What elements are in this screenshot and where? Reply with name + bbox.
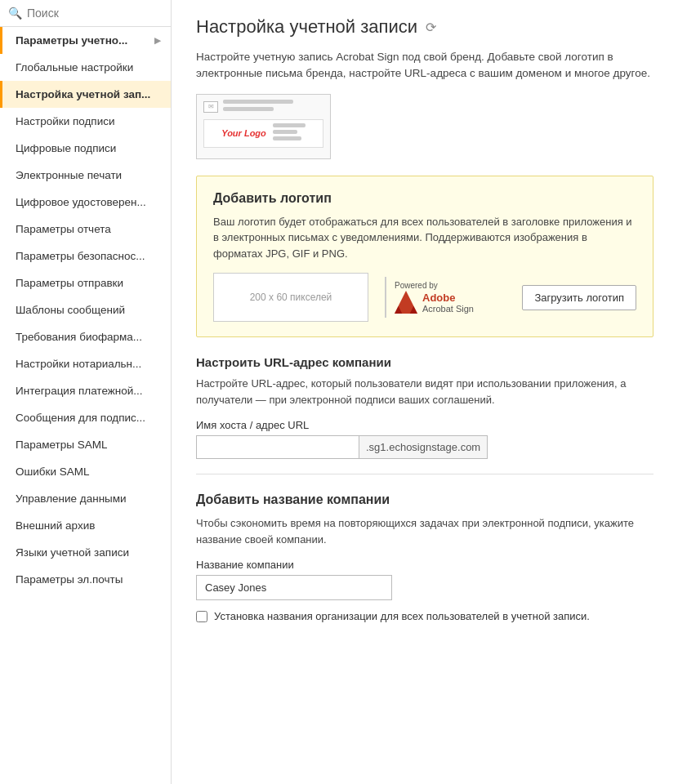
company-section-title: Добавить название компании (196, 492, 653, 507)
sidebar-item-report-params[interactable]: Параметры отчета (0, 216, 171, 243)
sidebar-item-label-saml-params: Параметры SAML (16, 439, 107, 451)
adobe-sign-branding: Powered by Adobe Acrobat Sign (395, 281, 474, 314)
sidebar-item-label-email-params: Параметры эл.почты (16, 573, 123, 586)
sidebar-item-label-digital-cert: Цифровое удостоверен... (16, 196, 146, 208)
url-input[interactable] (196, 435, 359, 459)
url-section: Настроить URL-адрес компании Настройте U… (196, 355, 653, 474)
sidebar-item-data-management[interactable]: Управление данными (0, 485, 171, 512)
sidebar-item-email-params[interactable]: Параметры эл.почты (0, 566, 171, 593)
email-preview-top: ✉ (203, 100, 323, 114)
company-section: Добавить название компании Чтобы сэконом… (196, 492, 653, 622)
adobe-icon (395, 291, 417, 314)
sidebar-item-biopharma[interactable]: Требования биофарма... (0, 323, 171, 350)
url-field-row: .sg1.echosignstage.com (196, 435, 653, 459)
adobe-branding: Powered by Adobe Acrobat Sign (385, 277, 474, 318)
org-checkbox[interactable] (196, 611, 207, 622)
sidebar-item-label-global-settings: Глобальные настройки (16, 61, 133, 74)
email-icon: ✉ (203, 101, 218, 113)
sidebar-item-label-saml-errors: Ошибки SAML (16, 466, 90, 478)
search-icon: 🔍 (8, 7, 22, 20)
search-input[interactable] (27, 7, 163, 20)
main-content: Настройка учетной записи ⟳ Настройте уче… (172, 0, 678, 784)
sidebar-item-external-archive[interactable]: Внешний архив (0, 512, 171, 539)
sidebar-item-label-biopharma: Требования биофарма... (16, 331, 142, 343)
sidebar-item-digital-cert[interactable]: Цифровое удостоверен... (0, 189, 171, 216)
sidebar-item-digital-sign[interactable]: Цифровые подписи (0, 135, 171, 162)
sidebar-item-account-setup[interactable]: Настройка учетной зап... (0, 81, 171, 108)
sidebar-item-send-params[interactable]: Параметры отправки (0, 270, 171, 296)
url-section-title: Настроить URL-адрес компании (196, 355, 653, 369)
logo-upload-box: 200 x 60 пикселей (213, 273, 368, 322)
sidebar-item-account-languages[interactable]: Языки учетной записи (0, 539, 171, 566)
sidebar-item-security-params[interactable]: Параметры безопаснос... (0, 243, 171, 270)
sidebar-item-label-notarial: Настройки нотариальн... (16, 358, 141, 370)
sidebar-item-label-message-templates: Шаблоны сообщений (16, 304, 125, 316)
refresh-icon[interactable]: ⟳ (426, 20, 436, 35)
adobe-text-line1: Adobe (422, 292, 474, 304)
url-field-label: Имя хоста / адрес URL (196, 419, 653, 431)
sidebar-item-label-params-account: Параметры учетно... (16, 34, 127, 47)
url-suffix: .sg1.echosignstage.com (359, 435, 488, 459)
url-section-desc: Настройте URL-адрес, который пользовател… (196, 376, 653, 408)
logo-upload-area: 200 x 60 пикселей Powered by Adobe Acrob… (213, 273, 636, 322)
sidebar-item-label-report-params: Параметры отчета (16, 223, 111, 235)
sidebar-item-label-data-management: Управление данными (16, 492, 127, 505)
org-checkbox-label: Установка названия организации для всех … (214, 610, 590, 622)
sidebar-item-label-send-params: Параметры отправки (16, 277, 123, 289)
chevron-icon: ▶ (154, 36, 161, 45)
sidebar: 🔍 Параметры учетно...▶Глобальные настрой… (0, 0, 172, 784)
intro-text: Настройте учетную запись Acrobat Sign по… (196, 49, 653, 82)
page-title-row: Настройка учетной записи ⟳ (196, 16, 653, 38)
sidebar-item-label-digital-sign: Цифровые подписи (16, 142, 116, 154)
sidebar-item-saml-errors[interactable]: Ошибки SAML (0, 458, 171, 485)
company-field-label: Название компании (196, 559, 653, 571)
checkbox-row: Установка названия организации для всех … (196, 610, 653, 622)
powered-by-text: Powered by (395, 281, 474, 290)
sidebar-item-label-account-languages: Языки учетной записи (16, 546, 129, 559)
sidebar-item-notarial[interactable]: Настройки нотариальн... (0, 350, 171, 377)
sidebar-item-global-settings[interactable]: Глобальные настройки (0, 54, 171, 81)
sidebar-item-subscriber-messages[interactable]: Сообщения для подпис... (0, 404, 171, 431)
sidebar-item-label-external-archive: Внешний архив (16, 519, 95, 532)
sidebar-item-params-account[interactable]: Параметры учетно...▶ (0, 27, 171, 54)
company-name-input[interactable] (196, 575, 392, 600)
add-logo-section: Добавить логотип Ваш логотип будет отобр… (196, 176, 653, 338)
sidebar-item-label-sign-settings: Настройки подписи (16, 115, 115, 127)
adobe-sign-text: Adobe Acrobat Sign (422, 292, 474, 314)
sidebar-item-payment-integration[interactable]: Интеграция платежной... (0, 377, 171, 404)
add-logo-desc: Ваш логотип будет отображаться для всех … (213, 214, 636, 262)
sidebar-item-label-subscriber-messages: Сообщения для подпис... (16, 412, 145, 424)
adobe-sign-logo: Adobe Acrobat Sign (395, 291, 474, 314)
sidebar-item-label-security-params: Параметры безопаснос... (16, 250, 145, 262)
sidebar-item-sign-settings[interactable]: Настройки подписи (0, 108, 171, 135)
search-box[interactable]: 🔍 (0, 0, 171, 27)
logo-size-label: 200 x 60 пикселей (250, 292, 332, 303)
company-section-desc: Чтобы сэкономить время на повторяющихся … (196, 515, 653, 547)
logo-placeholder-preview: Your Logo (203, 119, 323, 148)
sidebar-item-message-templates[interactable]: Шаблоны сообщений (0, 296, 171, 323)
logo-text: Your Logo (221, 128, 266, 138)
email-preview: ✉ Your Logo (196, 94, 331, 159)
sidebar-item-electronic-stamps[interactable]: Электронные печати (0, 162, 171, 189)
sidebar-item-label-electronic-stamps: Электронные печати (16, 169, 122, 181)
page-title: Настройка учетной записи (196, 16, 417, 38)
sidebar-item-label-account-setup: Настройка учетной зап... (16, 88, 150, 100)
adobe-text-line2: Acrobat Sign (422, 304, 474, 314)
add-logo-title: Добавить логотип (213, 191, 636, 206)
sidebar-item-label-payment-integration: Интеграция платежной... (16, 385, 143, 397)
upload-logo-button[interactable]: Загрузить логотип (522, 285, 636, 310)
sidebar-item-saml-params[interactable]: Параметры SAML (0, 431, 171, 458)
sidebar-items-container: Параметры учетно...▶Глобальные настройки… (0, 27, 171, 593)
